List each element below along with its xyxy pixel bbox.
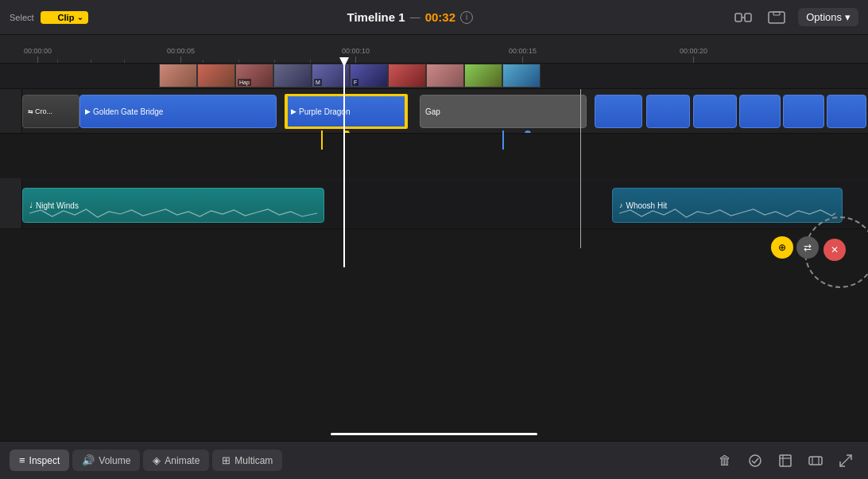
filmstrip-thumb-4: [273, 64, 312, 88]
video-clip-icon-2: ▶: [291, 107, 296, 115]
bracket-right: [405, 94, 408, 129]
clip-night-winds[interactable]: ♩ Night Winds: [22, 188, 324, 223]
filmstrip-thumb-6: F: [350, 64, 388, 88]
cross-icon: ⇆: [28, 108, 33, 115]
multicam-icon: ⊞: [222, 454, 231, 466]
crop-button[interactable]: [773, 448, 798, 473]
bracket-bottom: [288, 127, 405, 129]
filmstrip-thumb-3: Hap: [235, 64, 273, 88]
check-button[interactable]: [742, 448, 768, 473]
svg-rect-3: [769, 12, 785, 23]
conn-dot-2: [525, 130, 531, 133]
swap-button[interactable]: ⇄: [796, 236, 819, 259]
clip-purple-dragon[interactable]: ▶ Purple Dragon: [285, 95, 408, 128]
video-clip-icon: ▶: [85, 107, 91, 115]
ruler-mark-3: 00:00:15: [509, 47, 537, 63]
filmstrip-row: Hap M F: [0, 64, 868, 89]
video-track-row: ⇆ Cro... ▶ Golden Gate Bridge ▶ Purple D…: [0, 89, 868, 134]
clip-right-3[interactable]: [693, 95, 737, 128]
timeline-title: Timeline 1: [347, 10, 405, 24]
top-bar: Select Clip ⌄ Timeline 1 — 00:32 i Optio…: [0, 0, 868, 35]
svg-rect-6: [780, 455, 791, 466]
progress-bar: [331, 433, 537, 435]
timeline-ruler[interactable]: 00:00:00 00:00:05 00:00:10 00:00:15 00:0…: [0, 35, 868, 64]
top-bar-center: Timeline 1 — 00:32 i: [347, 10, 473, 24]
clip-right-5[interactable]: [783, 95, 824, 128]
filmstrip-thumb-2: [197, 64, 235, 88]
pin-clip-button[interactable]: [803, 448, 828, 473]
toolbar-left: ≡ Inspect 🔊 Volume ◈ Animate ⊞ Multicam: [10, 450, 282, 471]
pin-button[interactable]: ⊕: [771, 236, 793, 259]
volume-button[interactable]: 🔊 Volume: [72, 450, 140, 471]
clip-badge[interactable]: Clip ⌄: [41, 11, 89, 24]
conn-line-1: [321, 130, 323, 150]
float-btn-group: ⊕ ⇄: [771, 236, 819, 259]
filmstrip-thumb-9: [464, 64, 502, 88]
clip-whoosh-hit[interactable]: ♪ Whoosh Hit: [612, 188, 843, 223]
top-bar-left: Select Clip ⌄: [10, 11, 88, 24]
music-clips-area: ♩ Night Winds ♪ Whoosh Hit: [22, 181, 868, 228]
animate-icon: ◈: [153, 454, 161, 466]
volume-icon: 🔊: [82, 454, 95, 466]
svg-point-5: [750, 455, 761, 466]
animate-button[interactable]: ◈ Animate: [143, 450, 209, 471]
filmstrip-thumb-1: [159, 64, 197, 88]
filmstrip-thumb-10: [502, 64, 541, 88]
resize-button[interactable]: [833, 448, 858, 473]
close-button[interactable]: ✕: [823, 239, 846, 261]
filmstrip-thumb-7: [388, 64, 426, 88]
bracket-left: [285, 94, 288, 129]
top-bar-right: Options ▾: [731, 7, 858, 28]
tracks-container: ⇆ Cro... ▶ Golden Gate Bridge ▶ Purple D…: [0, 89, 868, 264]
svg-rect-1: [745, 14, 751, 21]
music-track-row: ♩ Night Winds ♪ Whoosh Hit: [0, 181, 868, 229]
conn-line-2: [502, 130, 504, 150]
svg-line-12: [840, 455, 851, 466]
music-track-label: [0, 181, 22, 228]
timeline-duration: 00:32: [425, 10, 455, 24]
ruler-mark-2: 00:00:10: [342, 47, 370, 63]
clip-gap[interactable]: Gap: [420, 95, 587, 128]
clip-chevron-icon: ⌄: [77, 14, 83, 21]
filmstrip-thumb-8: [426, 64, 464, 88]
multicam-button[interactable]: ⊞ Multicam: [212, 450, 282, 471]
svg-rect-0: [735, 14, 742, 21]
clip-right-2[interactable]: [646, 95, 690, 128]
inspect-icon: ≡: [19, 454, 25, 466]
video-clips-area: ⇆ Cro... ▶ Golden Gate Bridge ▶ Purple D…: [22, 89, 868, 133]
bracket-top: [288, 94, 405, 95]
clip-cro[interactable]: ⇆ Cro...: [22, 95, 79, 128]
video-track-label: [0, 89, 22, 133]
clip-right-6[interactable]: [827, 95, 866, 128]
info-icon[interactable]: i: [460, 11, 473, 24]
clip-golden-gate[interactable]: ▶ Golden Gate Bridge: [79, 95, 277, 128]
link-clips-icon[interactable]: [731, 7, 755, 28]
options-button[interactable]: Options ▾: [798, 8, 858, 26]
bottom-toolbar: ≡ Inspect 🔊 Volume ◈ Animate ⊞ Multicam …: [0, 441, 868, 479]
snapshot-icon[interactable]: [765, 7, 789, 28]
options-chevron-icon: ▾: [845, 11, 851, 23]
inspect-button[interactable]: ≡ Inspect: [10, 450, 69, 471]
svg-rect-9: [809, 457, 822, 465]
ruler-mark-4: 00:00:20: [680, 47, 707, 63]
separator: —: [410, 11, 420, 23]
ruler-mark-0: 00:00:00: [24, 47, 52, 63]
ruler-mark-1: 00:00:05: [167, 47, 195, 63]
clip-right-4[interactable]: [739, 95, 781, 128]
select-label: Select: [10, 13, 34, 22]
conn-dot-1: [343, 130, 350, 133]
clip-right-1[interactable]: [595, 95, 642, 128]
progress-bar-container: [0, 433, 868, 435]
delete-button[interactable]: 🗑: [712, 448, 738, 473]
filmstrip-thumb-5: M: [312, 64, 350, 88]
toolbar-right: 🗑: [712, 448, 858, 473]
filmstrip-thumbs: Hap M F: [159, 64, 541, 88]
ruler-track: 00:00:00 00:00:05 00:00:10 00:00:15 00:0…: [0, 35, 868, 63]
